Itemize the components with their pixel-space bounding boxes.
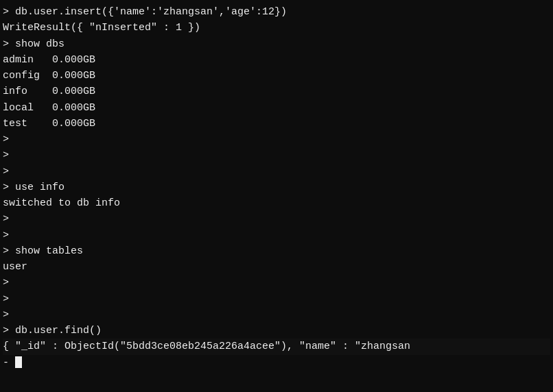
terminal-line-line14: > (3, 211, 550, 227)
terminal-line-line15: > (3, 228, 550, 243)
terminal-line-line4: admin 0.000GB (3, 52, 550, 68)
terminal-line-line9: > (3, 132, 550, 147)
terminal-line-line19: > (3, 291, 550, 307)
terminal-line-line13: switched to db info (3, 195, 550, 211)
cursor-char: - (3, 357, 15, 369)
terminal-line-line17: user (3, 259, 550, 275)
terminal-line-line12: > use info (3, 180, 550, 195)
terminal-line-line18: > (3, 275, 550, 291)
terminal-line-line16: > show tables (3, 243, 550, 259)
terminal-line-line2: WriteResult({ "nInserted" : 1 }) (3, 20, 550, 36)
terminal-line-line1: > db.user.insert({'name':'zhangsan','age… (3, 4, 550, 20)
terminal-line-line20: > (3, 307, 550, 323)
terminal-line-line23: - (3, 355, 550, 371)
terminal: > db.user.insert({'name':'zhangsan','age… (0, 0, 553, 392)
terminal-line-line6: info 0.000GB (3, 84, 550, 99)
terminal-line-line8: test 0.000GB (3, 116, 550, 132)
terminal-line-line10: > (3, 147, 550, 163)
terminal-line-line7: local 0.000GB (3, 100, 550, 116)
terminal-line-line3: > show dbs (3, 36, 550, 52)
terminal-line-line11: > (3, 164, 550, 180)
terminal-line-line22: { "_id" : ObjectId("5bdd3ce08eb245a226a4… (3, 339, 550, 354)
terminal-line-line21: > db.user.find() (3, 323, 550, 339)
terminal-cursor (15, 356, 22, 368)
terminal-line-line5: config 0.000GB (3, 68, 550, 84)
